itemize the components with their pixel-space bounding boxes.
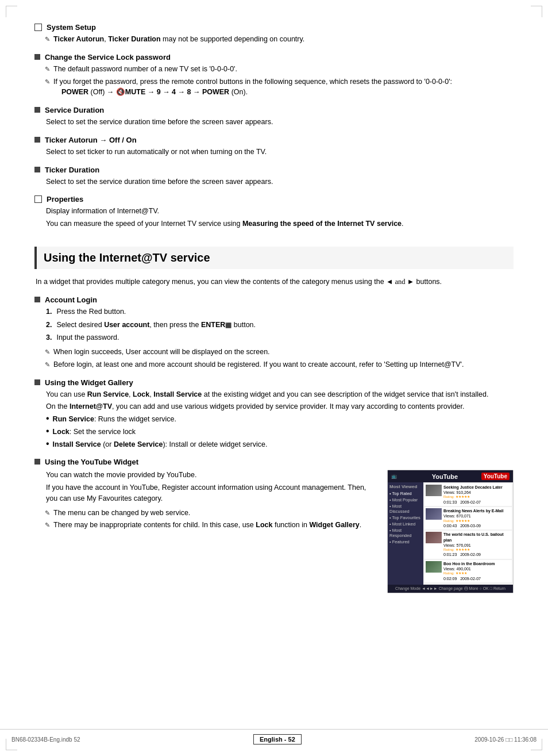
internet-tv-section: Using the Internet@TV service In a widge… [34,247,514,593]
yt-video-meta-3: 0:01:23 2009-02-09 [443,552,511,557]
square-bullet-3 [34,137,40,143]
service-lock-note1: ✎ The default password number of a new T… [45,64,514,75]
widget-gallery-text2: On the Internet@TV, you can add and use … [46,401,514,412]
note-icon-2: ✎ [45,64,50,74]
yt-video-title-2: Breaking News Alerts by E-Mail [443,508,503,513]
note-icon-4: ✎ [45,347,50,357]
corner-tr [531,6,542,17]
square-bullet-2 [34,107,40,113]
youtube-widget-section: Using the YouTube Widget You can watch t… [34,458,514,593]
yt-sidebar: Most Viewed • Top Rated • Most Popular •… [388,482,423,584]
yt-video-4: Boo Hoo in the Boardroom Views: 490,001 … [424,560,512,582]
note-icon-5: ✎ [45,360,50,370]
widget-gallery-title: Using the Widget Gallery [34,378,514,387]
yt-thumb-4 [426,561,442,573]
account-login-title: Account Login [34,296,514,304]
yt-thumb-2 [426,508,442,520]
internet-tv-title: Using the Internet@TV service [34,247,514,269]
yt-body: Most Viewed • Top Rated • Most Popular •… [388,482,513,584]
youtube-widget-text: You can watch the movie provided by YouT… [34,470,378,593]
service-lock-note2: ✎ If you forget the password, press the … [45,76,514,98]
footer-page: English - 52 [253,734,302,745]
yt-logo: YouTube [481,473,510,480]
yt-video-meta-2: 0:00:43 2009-03-09 [443,523,503,528]
note-icon-3: ✎ [45,77,50,87]
yt-menu-top-rated[interactable]: • Top Rated [389,490,422,497]
yt-content: Seeking Justice Decades Later Views: 910… [423,482,513,584]
yt-footer: Change Mode ◄◄►► Change page ⓜ More ○ OK… [388,585,513,593]
page-footer: BN68-02334B-Eng.indb 52 English - 52 200… [0,729,548,745]
ticker-autorun-title: Ticker Autorun → Off / On [34,136,514,144]
ticker-autorun-section: Ticker Autorun → Off / On Select to set … [34,136,514,158]
checkbox-icon [34,24,42,31]
step-3: 3. Input the password. [46,332,514,343]
yt-video-views-3: Views: 576,091 [443,543,511,548]
yt-video-meta-4: 0:02:09 2009-02-07 [443,576,495,581]
system-setup-note-text: Ticker Autorun, Ticker Duration may not … [53,34,304,45]
yt-video-meta-1: 0:01:33 2009-02-07 [443,500,503,505]
youtube-text2: If you have the account in YouTube, Regi… [46,482,378,504]
service-lock-title: Change the Service Lock password [34,53,514,62]
yt-thumb-1 [426,485,442,496]
widget-bullet-2: • Lock: Set the service lock [46,427,514,438]
yt-video-title-3: The world reacts to U.S. bailout plan [443,532,511,542]
page: System Setup ✎ Ticker Autorun, Ticker Du… [0,0,548,756]
youtube-screenshot: 📺 YouTube YouTube Most Viewed • Top Rate… [387,470,514,593]
yt-video-info-4: Boo Hoo in the Boardroom Views: 490,001 … [443,561,495,581]
ticker-autorun-text: Select to set ticker to run automaticall… [46,147,514,158]
yt-video-info-1: Seeking Justice Decades Later Views: 910… [443,485,503,505]
yt-video-2: Breaking News Alerts by E-Mail Views: 67… [424,507,512,529]
square-bullet-5 [34,297,40,302]
widget-gallery-section: Using the Widget Gallery You can use Run… [34,378,514,450]
yt-menu-featured[interactable]: • Featured [389,539,422,545]
service-duration-text: Select to set the service duration time … [46,117,514,128]
widget-bullet-3: • Install Service (or Delete Service): I… [46,439,514,450]
bullet-dot-2: • [46,427,49,436]
yt-menu-most-discussed[interactable]: • Most Discussed [389,503,422,515]
yt-video-title-1: Seeking Justice Decades Later [443,485,503,490]
youtube-note1: ✎ The menu can be changed by web service… [45,508,378,519]
yt-icon-area: 📺 [391,474,408,479]
yt-video-info-3: The world reacts to U.S. bailout plan Vi… [443,532,511,557]
widget-gallery-text1: You can use Run Service, Lock, Install S… [46,389,514,400]
square-bullet-4 [34,167,40,172]
properties-text2: You can measure the speed of your Intern… [46,218,514,229]
internet-tv-intro: In a widget that provides multiple categ… [34,276,514,287]
bullet-dot-3: • [46,439,49,448]
ticker-duration-section: Ticker Duration Select to set the servic… [34,166,514,187]
yt-sidebar-title: Most Viewed [389,484,422,489]
corner-tl [6,6,17,17]
youtube-text1: You can watch the movie provided by YouT… [46,470,378,481]
yt-menu-most-linked[interactable]: • Most Linked [389,521,422,527]
account-login-note2: ✎ Before login, at least one and more ac… [45,359,514,370]
system-setup-title: System Setup [34,23,514,32]
footer-date: 2009-10-26 □□ 11:36:08 [474,736,537,743]
note-icon: ✎ [45,34,50,44]
step-1: 1. Press the Red button. [46,306,514,317]
ticker-duration-text: Select to set the service duration time … [46,176,514,187]
system-setup-note: ✎ Ticker Autorun, Ticker Duration may no… [45,34,514,45]
yt-video-info-2: Breaking News Alerts by E-Mail Views: 67… [443,508,503,528]
service-lock-section: Change the Service Lock password ✎ The d… [34,53,514,98]
service-duration-title: Service Duration [34,106,514,114]
youtube-widget-area: You can watch the movie provided by YouT… [34,470,514,593]
ticker-duration-title: Ticker Duration [34,166,514,174]
yt-video-1: Seeking Justice Decades Later Views: 910… [424,483,512,506]
note-icon-7: ✎ [45,520,50,530]
account-login-note1: ✎ When login succeeds, User account will… [45,347,514,358]
yt-header: 📺 YouTube YouTube [388,470,513,482]
footer-file: BN68-02334B-Eng.indb 52 [11,736,80,743]
properties-title: Properties [34,195,514,204]
properties-section: Properties Display information of Intern… [34,195,514,229]
bullet-dot-1: • [46,414,49,423]
yt-thumb-3 [426,532,442,543]
properties-text1: Display information of Internet@TV. [46,206,514,217]
yt-video-stars-4: Rating: ★★★★ [443,571,495,576]
account-login-steps: 1. Press the Red button. 2. Select desir… [46,306,514,343]
yt-menu-most-responded[interactable]: • Most Responded [389,527,422,539]
yt-video-views-1: Views: 910,264 [443,490,503,495]
yt-menu-most-popular[interactable]: • Most Popular [389,497,422,503]
yt-menu-top-favourites[interactable]: • Top Favourites [389,515,422,521]
youtube-note2: ✎ There may be inappropriate contents fo… [45,520,378,531]
note-icon-6: ✎ [45,508,50,518]
